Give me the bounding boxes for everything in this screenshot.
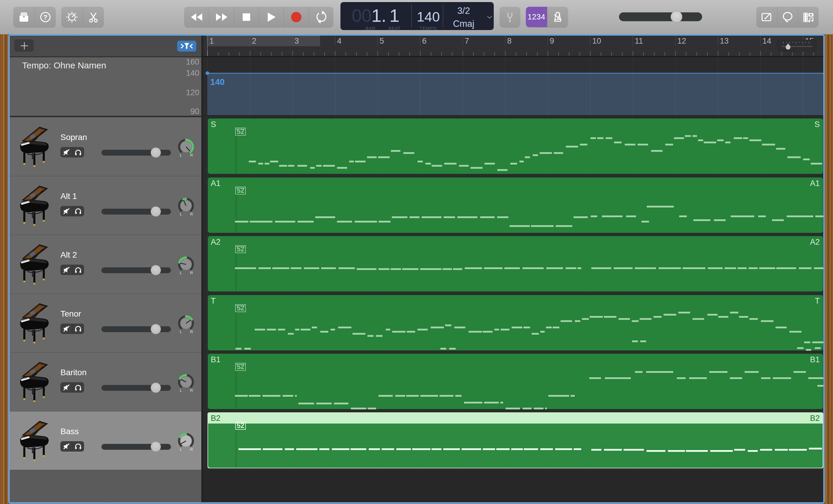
svg-text:52: 52 <box>237 363 244 370</box>
svg-text:2: 2 <box>252 37 257 45</box>
svg-text:3: 3 <box>294 37 299 45</box>
svg-text:52: 52 <box>237 128 244 135</box>
svg-text:A1: A1 <box>810 179 819 188</box>
svg-text:R: R <box>190 212 193 216</box>
svg-text:52: 52 <box>237 304 244 312</box>
svg-text:R: R <box>190 270 193 275</box>
svg-text:B2: B2 <box>211 414 220 423</box>
svg-text:B1: B1 <box>211 355 220 364</box>
svg-text:L: L <box>180 153 182 158</box>
svg-text:7: 7 <box>465 37 469 45</box>
svg-text:S: S <box>211 120 216 129</box>
svg-text:R: R <box>190 153 193 158</box>
svg-text:9: 9 <box>550 37 554 45</box>
svg-text:52: 52 <box>237 245 244 253</box>
svg-text:L: L <box>180 330 182 334</box>
svg-text:10: 10 <box>592 37 601 45</box>
svg-text:T: T <box>815 296 820 305</box>
svg-text:52: 52 <box>237 422 244 429</box>
svg-text:8: 8 <box>507 37 512 45</box>
svg-text:L: L <box>180 447 182 452</box>
svg-text:R: R <box>190 388 193 392</box>
svg-text:A1: A1 <box>211 179 220 188</box>
svg-text:B1: B1 <box>810 355 819 364</box>
svg-text:52: 52 <box>237 187 244 194</box>
svg-text:A2: A2 <box>810 238 819 246</box>
svg-text:T: T <box>211 296 216 305</box>
svg-text:14: 14 <box>762 37 771 45</box>
svg-text:R: R <box>190 447 193 452</box>
svg-text:5: 5 <box>380 37 384 45</box>
svg-text:L: L <box>180 388 182 392</box>
svg-text:12: 12 <box>677 37 686 45</box>
svg-text:11: 11 <box>635 37 643 45</box>
svg-text:4: 4 <box>337 37 341 45</box>
svg-text:A2: A2 <box>211 238 220 246</box>
svg-text:B2: B2 <box>810 414 819 423</box>
svg-text:6: 6 <box>422 37 427 45</box>
svg-text:L: L <box>180 270 182 275</box>
svg-text:?: ? <box>43 13 47 21</box>
svg-text:R: R <box>190 330 193 334</box>
svg-text:13: 13 <box>720 37 729 45</box>
svg-text:S: S <box>814 120 819 129</box>
svg-text:1: 1 <box>210 37 214 45</box>
svg-text:L: L <box>180 212 182 216</box>
svg-text:140: 140 <box>211 77 224 87</box>
